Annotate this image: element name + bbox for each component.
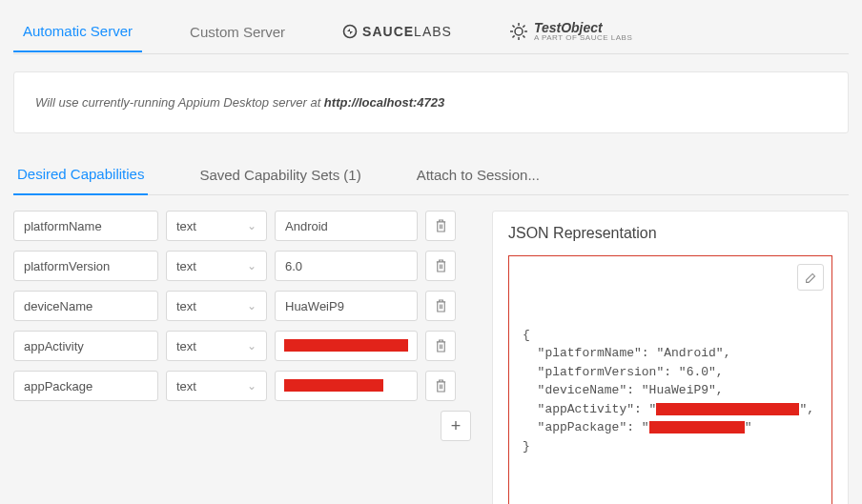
capability-name-input[interactable] [13,251,158,281]
capability-name-input[interactable] [13,371,158,401]
edit-json-button[interactable] [797,264,824,291]
svg-line-8 [512,35,514,37]
delete-capability-button[interactable] [425,291,456,321]
json-line: "platformVersion": "6.0", [523,363,818,382]
svg-line-9 [523,26,524,28]
capability-row: text⌄ [13,371,471,401]
capability-value-input[interactable] [275,291,418,321]
capability-row: text⌄ [13,251,471,281]
testobject-logo: TestObject A PART OF SAUCE LABS [509,21,632,42]
capability-row: text⌄ [13,211,471,241]
chevron-down-icon: ⌄ [247,339,257,353]
capability-type-select[interactable]: text⌄ [166,291,267,321]
saucelabs-logo: SAUCELABS [342,24,452,39]
redacted-value [284,379,383,392]
capability-row: text⌄ [13,331,471,361]
capability-type-select[interactable]: text⌄ [166,211,267,241]
tab-desired-capabilities[interactable]: Desired Capabilities [13,156,148,195]
delete-capability-button[interactable] [425,211,456,241]
capability-type-select[interactable]: text⌄ [166,331,267,361]
capability-name-input[interactable] [13,331,158,361]
json-representation-box: { "platformName": "Android", "platformVe… [508,255,832,504]
svg-line-6 [512,26,514,28]
redacted-value [649,421,745,433]
capability-name-input[interactable] [13,291,158,321]
json-title: JSON Representation [508,225,832,242]
delete-capability-button[interactable] [425,331,456,361]
svg-point-1 [515,28,523,35]
chevron-down-icon: ⌄ [247,259,257,272]
server-info-banner: Will use currently-running Appium Deskto… [13,71,849,133]
tab-testobject[interactable]: TestObject A PART OF SAUCE LABS [500,8,642,53]
json-line: "platformName": "Android", [523,344,818,363]
tab-sauce-labs[interactable]: SAUCELABS [333,10,462,50]
capabilities-editor: text⌄text⌄text⌄text⌄text⌄ + [13,211,471,441]
json-line: "appActivity": "", [523,400,818,419]
capability-tabs: Desired Capabilities Saved Capability Se… [13,156,849,195]
tab-attach-to-session[interactable]: Attach to Session... [413,157,544,194]
trash-icon [435,299,447,312]
add-capability-button[interactable]: + [441,411,471,441]
capability-value-input[interactable] [275,211,418,241]
capability-name-input[interactable] [13,211,158,241]
json-line: "appPackage": "" [523,418,818,437]
json-line: { [523,326,818,345]
trash-icon [435,259,447,272]
trash-icon [435,339,447,353]
delete-capability-button[interactable] [425,251,456,281]
capability-row: text⌄ [13,291,471,321]
pencil-icon [805,272,817,284]
tab-custom-server[interactable]: Custom Server [180,10,295,51]
redacted-value [284,339,408,352]
json-line: "deviceName": "HuaWeiP9", [523,381,818,400]
server-tabs: Automatic Server Custom Server SAUCELABS… [13,8,849,54]
tab-automatic-server[interactable]: Automatic Server [13,10,142,52]
json-line: } [523,437,818,456]
trash-icon [435,219,447,232]
svg-point-0 [344,26,357,38]
chevron-down-icon: ⌄ [247,219,257,232]
capability-type-select[interactable]: text⌄ [166,371,267,401]
redacted-value [656,403,799,415]
json-representation-panel: JSON Representation { "platformName": "A… [492,211,849,504]
capability-type-select[interactable]: text⌄ [166,251,267,281]
chevron-down-icon: ⌄ [247,379,257,393]
saucelabs-icon [342,24,358,39]
gear-icon [509,22,528,41]
svg-line-7 [523,35,524,37]
trash-icon [435,379,447,393]
chevron-down-icon: ⌄ [247,299,257,312]
tab-saved-capability-sets[interactable]: Saved Capability Sets (1) [195,157,364,194]
delete-capability-button[interactable] [425,371,456,401]
capability-value-input[interactable] [275,251,418,281]
